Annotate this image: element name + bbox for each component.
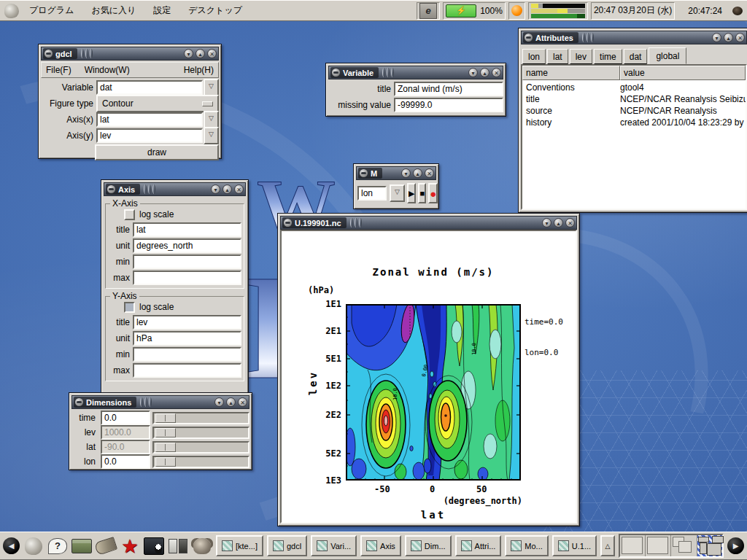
y-max-field[interactable] [133, 363, 241, 378]
close-icon[interactable]: ✕ [425, 168, 434, 178]
menu-settings[interactable]: 設定 [146, 3, 178, 18]
pager-desktop-1[interactable] [620, 535, 646, 556]
attributes-titlebar[interactable]: Attributes ▾ ▴ ✕ [521, 31, 747, 44]
menu-desktop[interactable]: デスクトップ [181, 3, 249, 18]
battery-applet[interactable]: ⚡ 100% [443, 2, 506, 20]
x-max-field[interactable] [133, 271, 241, 285]
slider-handle[interactable] [155, 413, 176, 423]
gnome-menu-launcher[interactable] [23, 536, 44, 556]
task-button-plot[interactable]: U.1... [552, 535, 597, 556]
window-menu-icon[interactable] [107, 185, 115, 193]
task-button-gdcl[interactable]: gdcl [267, 535, 307, 556]
panel-hide-left-button[interactable]: ◀ [3, 537, 20, 554]
close-icon[interactable]: ✕ [735, 33, 745, 42]
window-menu-icon[interactable] [332, 69, 340, 77]
menu-file[interactable]: File(F) [46, 65, 71, 75]
combo-arrow-icon[interactable]: ▽ [204, 127, 219, 144]
system-monitor-applet[interactable] [528, 2, 588, 20]
tab-lat[interactable]: lat [547, 49, 568, 64]
task-button-dimensions[interactable]: Dim... [405, 535, 452, 556]
combo-arrow-icon[interactable]: ▽ [204, 111, 219, 128]
menu-window[interactable]: Window(W) [85, 65, 130, 75]
title-field[interactable]: Zonal wind (m/s) [394, 82, 503, 96]
stop-button[interactable]: ■ [418, 183, 426, 203]
maximize-icon[interactable]: ▴ [222, 184, 232, 194]
close-icon[interactable]: ✕ [492, 68, 501, 77]
ball-applet[interactable] [508, 2, 525, 20]
table-row[interactable]: title NCEP/NCAR Reanalysis Seibizu [522, 93, 746, 105]
play-button[interactable]: ▶ [407, 183, 416, 203]
tab-lon[interactable]: lon [522, 49, 546, 64]
star-launcher[interactable]: ★ [120, 536, 140, 556]
axis-titlebar[interactable]: Axis ▾ ▴ ✕ [104, 182, 246, 196]
close-icon[interactable]: ✕ [565, 218, 575, 228]
movie-titlebar[interactable]: M ▾ ▴ ✕ [356, 166, 436, 180]
x-min-field[interactable] [133, 254, 241, 269]
variable-titlebar[interactable]: Variable ▾ ▴ ✕ [328, 66, 503, 79]
task-button-movie[interactable]: Mo... [505, 535, 548, 556]
slider-handle[interactable] [155, 457, 176, 467]
tab-time[interactable]: time [594, 49, 622, 64]
minimize-icon[interactable]: ▾ [401, 168, 411, 178]
slider-handle[interactable] [155, 443, 176, 452]
table-row[interactable]: source NCEP/NCAR Reanalysis [522, 105, 746, 117]
record-button[interactable]: ● [428, 183, 438, 203]
combo-arrow-icon[interactable]: ▽ [390, 184, 405, 202]
terminal-applet[interactable]: e [417, 2, 440, 20]
close-icon[interactable]: ✕ [207, 49, 217, 58]
menu-favorites[interactable]: お気に入り [84, 3, 143, 18]
minimize-icon[interactable]: ▾ [214, 397, 224, 407]
window-menu-icon[interactable] [525, 34, 533, 42]
window-menu-icon[interactable] [44, 50, 53, 58]
clock-applet[interactable]: 20:47 03月20日 (水) [591, 2, 675, 20]
lon-slider[interactable] [152, 456, 249, 468]
window-menu-icon[interactable] [75, 398, 83, 406]
bug-icon[interactable] [732, 7, 743, 15]
time-field[interactable]: 0.0 [101, 411, 150, 425]
slider-handle[interactable] [155, 428, 176, 438]
lat-slider[interactable] [152, 441, 249, 454]
minimize-icon[interactable]: ▾ [468, 68, 478, 77]
x-log-scale-checkbox[interactable] [124, 209, 135, 220]
x-unit-field[interactable]: degrees_north [133, 238, 241, 253]
maximize-icon[interactable]: ▴ [554, 218, 563, 228]
task-button-kterm[interactable]: [kte...] [216, 535, 263, 556]
toolbox-launcher[interactable] [71, 536, 92, 556]
movie-dimension-field[interactable]: lon [357, 186, 387, 201]
y-title-field[interactable]: lev [133, 315, 241, 330]
table-row[interactable]: Conventions gtool4 [522, 82, 746, 93]
brush-launcher[interactable] [96, 536, 116, 556]
maximize-icon[interactable]: ▴ [724, 33, 733, 42]
gdcl-titlebar[interactable]: gdcl ▾ ▴ ✕ [41, 47, 219, 61]
y-unit-field[interactable]: hPa [133, 331, 241, 346]
maximize-icon[interactable]: ▴ [226, 397, 236, 407]
tab-dat[interactable]: dat [624, 49, 648, 64]
close-icon[interactable]: ✕ [234, 184, 244, 194]
lev-slider[interactable] [152, 427, 249, 439]
main-menu-foot-icon[interactable] [4, 4, 19, 18]
dimensions-titlebar[interactable]: Dimensions ▾ ▴ ✕ [71, 395, 249, 409]
panel-hide-right-button[interactable]: ▶ [727, 537, 744, 554]
combo-arrow-icon[interactable]: ▽ [204, 79, 219, 96]
task-button-variable[interactable]: Vari... [311, 535, 357, 556]
y-min-field[interactable] [133, 347, 241, 362]
pager-desktop-2[interactable] [646, 535, 671, 556]
minimize-icon[interactable]: ▾ [712, 33, 721, 42]
pager-desktop-4-active[interactable] [697, 535, 722, 556]
minimize-icon[interactable]: ▾ [211, 184, 220, 194]
plot-titlebar[interactable]: U.199901.nc ▾ ▴ ✕ [280, 216, 577, 230]
maximize-icon[interactable]: ▴ [480, 68, 489, 77]
terminal-launcher[interactable] [144, 536, 164, 556]
draw-button[interactable]: draw [95, 144, 219, 160]
figure-type-option-menu[interactable]: Contour [96, 95, 219, 112]
tab-global[interactable]: global [649, 47, 686, 64]
maximize-icon[interactable]: ▴ [413, 168, 422, 178]
help-launcher[interactable]: ? [47, 536, 68, 556]
tab-lev[interactable]: lev [570, 49, 592, 64]
axis-x-field[interactable]: lat [96, 112, 203, 127]
axis-y-field[interactable]: lev [96, 128, 203, 143]
task-button-axis[interactable]: Axis [360, 535, 401, 556]
pager-desktop-3[interactable] [671, 535, 697, 556]
time-slider[interactable] [152, 412, 249, 424]
missing-value-field[interactable]: -99999.0 [394, 98, 503, 112]
